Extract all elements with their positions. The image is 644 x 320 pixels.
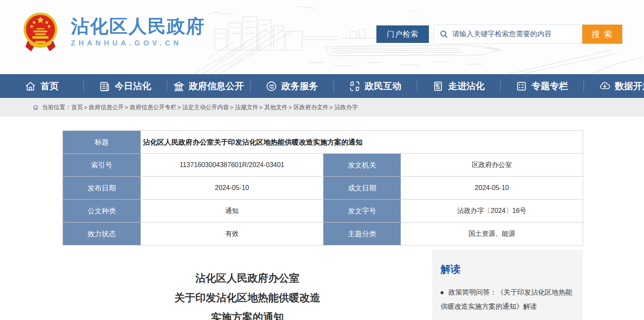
nav-item-about[interactable]: 走进沾化 [417, 74, 500, 98]
article-title-line1: 沾化区人民政府办公室 [63, 268, 432, 288]
search-box [434, 25, 582, 44]
index-number-value: 11371603004387601R/2024-03401 [141, 154, 323, 177]
written-date-value: 2024-05-10 [401, 177, 583, 200]
written-date-label: 成文日期 [323, 177, 401, 200]
site-domain: ZHANHUA.GOV.CN [71, 39, 205, 48]
main-nav: 首页 今日沾化 政府信息公开 政务服务 [0, 74, 644, 98]
bank-icon [173, 80, 185, 92]
cloud-download-icon [599, 80, 611, 92]
breadcrumb-item-current[interactable]: 沾政办字 [334, 104, 358, 111]
breadcrumb-item-district-office-files[interactable]: 区政府办文件 [293, 104, 328, 111]
news-icon [99, 80, 110, 92]
search-submit-button[interactable]: 搜 索 [582, 25, 622, 44]
portal-search-button[interactable]: 门户检索 [376, 25, 429, 43]
document-type-value: 通知 [141, 200, 323, 222]
breadcrumb: 当前位置： 首页> 政府信息公开> 政府信息公开专栏> 法定主动公开内容> 法规… [0, 98, 644, 117]
interpretation-link[interactable]: 政策简明问答：《关于印发沾化区地热能供暖改造实施方案的通知》解读 [441, 285, 574, 313]
publish-date-value: 2024-05-10 [141, 177, 323, 200]
list-icon [516, 80, 527, 92]
interpretation-panel: 解读 政策简明问答：《关于印发沾化区地热能供暖改造实施方案的通知》解读 [432, 250, 583, 320]
nav-item-gov-info[interactable]: 政府信息公开 [167, 74, 250, 98]
table-row: 索引号 11371603004387601R/2024-03401 发文机关 区… [63, 154, 583, 177]
bullet-icon [441, 291, 444, 294]
handshake-icon [266, 80, 277, 92]
issuing-agency-value: 区政府办公室 [401, 154, 583, 177]
breadcrumb-home-icon [33, 104, 39, 110]
article-column: 沾化区人民政府办公室 关于印发沾化区地热能供暖改造 实施方案的通知 [63, 250, 432, 320]
breadcrumb-item-regulations[interactable]: 法规文件 [235, 104, 258, 111]
index-number-label: 索引号 [63, 154, 141, 177]
home-icon [25, 80, 36, 92]
validity-status-label: 效力状态 [63, 222, 141, 245]
document-type-label: 公文种类 [63, 200, 141, 222]
table-row: 公文种类 通知 发文字号 沾政办字〔2024〕16号 [63, 200, 583, 222]
topic-category-label: 主题分类 [323, 222, 401, 245]
breadcrumb-prefix: 当前位置： [42, 104, 71, 111]
nav-item-today[interactable]: 今日沾化 [83, 74, 167, 98]
article-title-line3: 实施方案的通知 [63, 308, 432, 320]
validity-status-value: 有效 [141, 222, 323, 245]
breadcrumb-item-home[interactable]: 首页 [71, 104, 83, 111]
national-emblem-logo [22, 11, 59, 52]
site-name: 沾化区人民政府 [71, 16, 205, 37]
site-wordmark: 沾化区人民政府 ZHANHUA.GOV.CN [71, 16, 205, 48]
breadcrumb-item-statutory-disclosure[interactable]: 法定主动公开内容 [183, 104, 229, 111]
nav-item-home[interactable]: 首页 [0, 74, 83, 98]
article-title-line2: 关于印发沾化区地热能供暖改造 [63, 288, 432, 308]
breadcrumb-item-other-files[interactable]: 其他文件 [264, 104, 288, 111]
search-icon [440, 30, 448, 38]
table-row: 效力状态 有效 主题分类 国土资源、能源 [63, 222, 583, 245]
issuing-agency-label: 发文机关 [323, 154, 401, 177]
interpretation-title: 解读 [441, 262, 574, 276]
publish-date-label: 发布日期 [63, 177, 141, 200]
document-meta-table: 标题 沾化区人民政府办公室关于印发沾化区地热能供暖改造实施方案的通知 索引号 1… [63, 130, 583, 245]
nav-item-services[interactable]: 政务服务 [250, 74, 333, 98]
site-logo-link[interactable]: 沾化区人民政府 ZHANHUA.GOV.CN [22, 11, 205, 52]
nav-item-interaction[interactable]: 政民互动 [333, 74, 417, 98]
document-number-value: 沾政办字〔2024〕16号 [401, 200, 583, 222]
nav-item-special-columns[interactable]: 专题专栏 [500, 74, 584, 98]
nav-item-open-data[interactable]: 数据开放 [584, 74, 644, 98]
lower-section: 沾化区人民政府办公室 关于印发沾化区地热能供暖改造 实施方案的通知 解读 政策简… [63, 250, 583, 320]
site-header: 沾化区人民政府 ZHANHUA.GOV.CN 门户检索 搜 索 [0, 0, 644, 74]
title-label-cell: 标题 [63, 131, 141, 154]
document-icon [432, 80, 444, 92]
chat-icon [349, 80, 361, 92]
table-row: 发布日期 2024-05-10 成文日期 2024-05-10 [63, 177, 583, 200]
breadcrumb-item-gov-info-column[interactable]: 政府信息公开专栏 [130, 104, 176, 111]
topic-category-value: 国土资源、能源 [401, 222, 583, 245]
search-input[interactable] [452, 25, 582, 43]
title-value-cell: 沾化区人民政府办公室关于印发沾化区地热能供暖改造实施方案的通知 [141, 131, 583, 154]
table-row: 标题 沾化区人民政府办公室关于印发沾化区地热能供暖改造实施方案的通知 [63, 131, 583, 154]
article-title: 沾化区人民政府办公室 关于印发沾化区地热能供暖改造 实施方案的通知 [63, 268, 432, 320]
breadcrumb-item-gov-info[interactable]: 政府信息公开 [89, 104, 124, 111]
document-number-label: 发文字号 [323, 200, 401, 222]
